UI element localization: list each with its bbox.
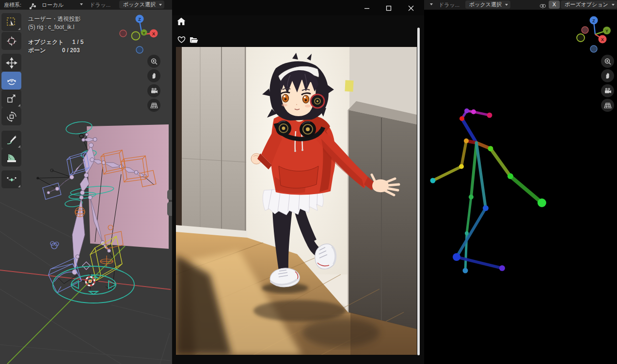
locker-wall bbox=[182, 47, 247, 241]
gizmo-z-label: Z bbox=[138, 17, 141, 22]
cabinet-front bbox=[348, 110, 417, 337]
gizmo-x-label: X bbox=[152, 31, 155, 36]
pose-joint-r_elbow[interactable] bbox=[459, 164, 464, 169]
gizmo-axis-neg-y[interactable] bbox=[132, 32, 140, 40]
tool-transform[interactable] bbox=[1, 107, 21, 125]
flyout-indicator bbox=[18, 185, 20, 187]
toggle-grid-button[interactable] bbox=[601, 99, 614, 112]
close-button[interactable] bbox=[404, 4, 418, 13]
tool-pose-breakdowner[interactable] bbox=[1, 170, 21, 188]
bones-count: 0 / 203 bbox=[62, 47, 80, 54]
objects-stat: オブジェクト 1 / 5 bbox=[28, 38, 83, 46]
objects-count: 1 / 5 bbox=[72, 39, 83, 46]
girl-shadow-2 bbox=[302, 318, 380, 347]
minimize-button[interactable] bbox=[360, 4, 374, 13]
mirror-x-toggle[interactable]: X bbox=[549, 0, 560, 9]
tool-rotate[interactable] bbox=[1, 72, 21, 90]
pose-joint-l_knee[interactable] bbox=[453, 253, 460, 261]
region-tab-handle[interactable] bbox=[167, 202, 172, 216]
gizmo-x-label: X bbox=[601, 37, 604, 42]
objects-label: オブジェクト bbox=[28, 39, 64, 46]
gizmo-axis-neg-z[interactable] bbox=[136, 46, 143, 53]
zoom-button[interactable] bbox=[147, 55, 160, 68]
tool-annotate[interactable] bbox=[1, 131, 21, 149]
pose-joint-r_hip[interactable] bbox=[469, 195, 474, 199]
pose-options-label: ポーズオプション bbox=[565, 1, 608, 7]
image-viewer-window bbox=[172, 0, 424, 364]
pose-joint-l_ear[interactable] bbox=[487, 113, 492, 118]
mirror-butterfly-icon bbox=[539, 2, 546, 12]
select-mode-dropdown[interactable]: ボックス選択 bbox=[465, 0, 510, 9]
pan-hand-button[interactable] bbox=[147, 69, 160, 82]
viewport-3d-right[interactable]: Z Y X ドラッ... ボックス選択 X ポーズオプション bbox=[424, 0, 617, 364]
view-mode-text: ユーザー・透視投影 bbox=[28, 15, 81, 23]
gizmo-z-label: Z bbox=[592, 18, 595, 23]
bones-stat: ボーン 0 / 203 bbox=[28, 46, 80, 55]
chevron-down-icon bbox=[159, 4, 162, 6]
pose-options-dropdown[interactable]: ポーズオプション bbox=[561, 0, 617, 9]
chevron-down-icon bbox=[505, 4, 508, 6]
tool-measure[interactable] bbox=[1, 149, 21, 167]
tool-header-right: ドラッ... ボックス選択 X ポーズオプション bbox=[424, 0, 617, 10]
tool-scale[interactable] bbox=[1, 90, 21, 107]
pose-joint-l_hip[interactable] bbox=[483, 205, 489, 211]
open-folder-icon[interactable] bbox=[190, 36, 198, 44]
pose-joint-l_foot[interactable] bbox=[499, 265, 505, 271]
toggle-grid-button[interactable] bbox=[147, 99, 160, 112]
flyout-indicator bbox=[18, 104, 20, 106]
pose-joint-r_shoulder[interactable] bbox=[464, 138, 469, 143]
flyout-indicator bbox=[18, 28, 20, 30]
select-mode-label: ボックス選択 bbox=[123, 1, 156, 7]
drag-dropdown[interactable]: ドラッ... bbox=[439, 0, 459, 10]
viewport-3d-left[interactable]: Z X Y 座標系: ローカル ドラッ... ボックス選択 ユーザー・透 bbox=[0, 0, 172, 364]
viewport-canvas-left[interactable]: Z X Y bbox=[0, 0, 172, 364]
zoom-button[interactable] bbox=[601, 55, 614, 68]
home-icon[interactable] bbox=[177, 17, 186, 26]
region-tab-handle[interactable] bbox=[167, 190, 172, 200]
select-mode-label: ボックス選択 bbox=[469, 1, 502, 7]
tool-header-left: 座標系: ローカル ドラッ... ボックス選択 bbox=[0, 0, 172, 10]
gizmo-y-label: Y bbox=[142, 31, 145, 35]
pose-joint-r_eye[interactable] bbox=[464, 108, 469, 113]
tool-move[interactable] bbox=[1, 54, 21, 72]
pose-joint-r_knee[interactable] bbox=[465, 231, 469, 235]
pose-joint-l_elbow[interactable] bbox=[507, 173, 513, 179]
chevron-down-icon bbox=[80, 3, 83, 5]
gizmo-axis-neg-x[interactable] bbox=[582, 27, 588, 33]
tool-cursor[interactable] bbox=[1, 32, 21, 50]
lifted-sneaker bbox=[315, 244, 336, 269]
favorite-heart-icon[interactable] bbox=[177, 36, 186, 44]
drag-dropdown[interactable]: ドラッ... bbox=[90, 0, 111, 10]
pose-joint-r_wrist[interactable] bbox=[430, 178, 436, 183]
coord-system-label: 座標系: bbox=[4, 0, 21, 10]
pose-joint-l_wrist[interactable] bbox=[538, 198, 546, 207]
camera-view-button[interactable] bbox=[601, 84, 614, 97]
active-bone-text: (5) rig : c_foot_ik.l bbox=[28, 24, 74, 30]
orientation-dropdown[interactable]: ローカル bbox=[42, 0, 63, 10]
orientation-icon bbox=[29, 1, 37, 11]
chevron-down-icon bbox=[430, 3, 433, 5]
gizmo-axis-neg-x[interactable] bbox=[120, 30, 127, 37]
gizmo-axis-neg-y[interactable] bbox=[577, 34, 585, 42]
app-root: Z X Y 座標系: ローカル ドラッ... ボックス選択 ユーザー・透 bbox=[0, 0, 617, 364]
pose-joint-l_eye[interactable] bbox=[471, 109, 476, 114]
sticky-note bbox=[345, 80, 353, 92]
girl-shadow bbox=[253, 300, 346, 321]
camera-view-button[interactable] bbox=[147, 84, 160, 97]
chevron-down-icon bbox=[612, 4, 615, 6]
maximize-button[interactable] bbox=[381, 4, 396, 13]
bones-label: ボーン bbox=[28, 47, 46, 54]
gizmo-axis-neg-z[interactable] bbox=[590, 46, 597, 52]
viewport-canvas-right[interactable]: Z Y X bbox=[424, 0, 617, 364]
pose-joint-r_ankle[interactable] bbox=[463, 268, 468, 273]
pose-joint-l_shoulder[interactable] bbox=[488, 146, 493, 152]
pan-hand-button[interactable] bbox=[601, 69, 614, 82]
select-mode-dropdown[interactable]: ボックス選択 bbox=[119, 0, 164, 9]
viewer-image[interactable] bbox=[176, 47, 417, 355]
pose-joint-nose[interactable] bbox=[459, 116, 464, 121]
tool-tweak-select-box[interactable] bbox=[1, 13, 21, 31]
scrollbar[interactable] bbox=[417, 28, 420, 355]
flyout-indicator bbox=[18, 145, 20, 148]
gizmo-y-label: Y bbox=[605, 29, 608, 33]
